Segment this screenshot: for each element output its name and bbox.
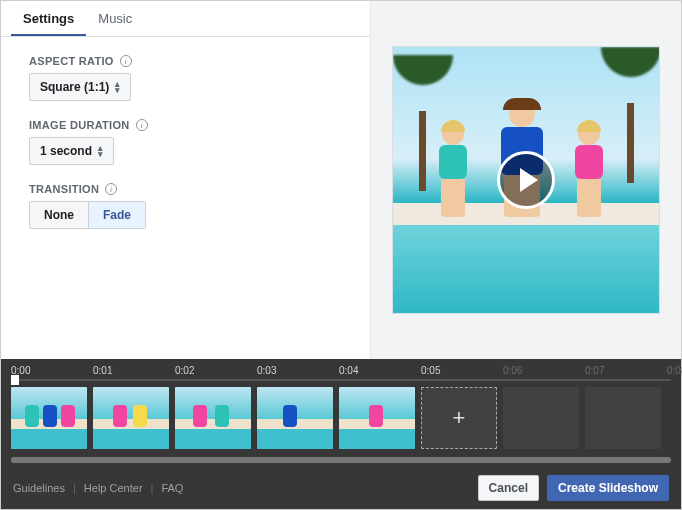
- time-mark: 0:02: [175, 365, 257, 376]
- timeline-thumb[interactable]: [257, 387, 333, 449]
- field-aspect-ratio: ASPECT RATIO i Square (1:1) ▴▾: [29, 55, 342, 101]
- image-duration-select[interactable]: 1 second ▴▾: [29, 137, 114, 165]
- transition-fade-button[interactable]: Fade: [88, 202, 145, 228]
- tab-settings[interactable]: Settings: [11, 1, 86, 36]
- time-mark: 0:01: [93, 365, 175, 376]
- add-image-button[interactable]: +: [421, 387, 497, 449]
- preview-pane: [371, 1, 681, 359]
- time-mark: 0:03: [257, 365, 339, 376]
- settings-panel: Settings Music ASPECT RATIO i Square (1:…: [1, 1, 371, 359]
- time-marks: 0:00 0:01 0:02 0:03 0:04 0:05 0:06 0:07 …: [11, 365, 671, 376]
- tab-bar: Settings Music: [1, 1, 370, 37]
- select-arrows-icon: ▴▾: [115, 81, 120, 93]
- field-transition: TRANSITION i None Fade: [29, 183, 342, 229]
- time-mark: 0:07: [585, 365, 667, 376]
- time-mark: 0:08: [667, 365, 682, 376]
- empty-slot: [503, 387, 579, 449]
- tab-music[interactable]: Music: [86, 1, 144, 36]
- cancel-button[interactable]: Cancel: [478, 475, 539, 501]
- faq-link[interactable]: FAQ: [161, 482, 183, 494]
- help-center-link[interactable]: Help Center: [84, 482, 143, 494]
- timeline-scrollbar[interactable]: [11, 457, 671, 463]
- info-icon[interactable]: i: [105, 183, 117, 195]
- time-mark: 0:04: [339, 365, 421, 376]
- time-ruler[interactable]: [11, 379, 671, 381]
- image-duration-value: 1 second: [40, 144, 92, 158]
- create-slideshow-button[interactable]: Create Slideshow: [547, 475, 669, 501]
- timeline-thumb[interactable]: [11, 387, 87, 449]
- timeline-thumb[interactable]: [175, 387, 251, 449]
- empty-slot: [585, 387, 661, 449]
- separator: |: [73, 482, 76, 494]
- timeline-thumb[interactable]: [93, 387, 169, 449]
- aspect-ratio-select[interactable]: Square (1:1) ▴▾: [29, 73, 131, 101]
- select-arrows-icon: ▴▾: [98, 145, 103, 157]
- play-button[interactable]: [497, 151, 555, 209]
- slideshow-creator: Settings Music ASPECT RATIO i Square (1:…: [0, 0, 682, 510]
- plus-icon: +: [453, 405, 466, 431]
- timeline: 0:00 0:01 0:02 0:03 0:04 0:05 0:06 0:07 …: [1, 359, 681, 467]
- field-image-duration: IMAGE DURATION i 1 second ▴▾: [29, 119, 342, 165]
- info-icon[interactable]: i: [120, 55, 132, 67]
- preview-video[interactable]: [392, 46, 660, 314]
- time-mark: 0:00: [11, 365, 93, 376]
- play-icon: [520, 168, 538, 192]
- aspect-ratio-label: ASPECT RATIO: [29, 55, 114, 67]
- main-area: Settings Music ASPECT RATIO i Square (1:…: [1, 1, 681, 359]
- timeline-thumb[interactable]: [339, 387, 415, 449]
- playhead-icon[interactable]: [11, 375, 19, 385]
- time-mark: 0:06: [503, 365, 585, 376]
- separator: |: [151, 482, 154, 494]
- thumbnail-strip: +: [11, 387, 671, 449]
- image-duration-label: IMAGE DURATION: [29, 119, 130, 131]
- footer: Guidelines | Help Center | FAQ Cancel Cr…: [1, 467, 681, 509]
- transition-segmented: None Fade: [29, 201, 146, 229]
- transition-label: TRANSITION: [29, 183, 99, 195]
- guidelines-link[interactable]: Guidelines: [13, 482, 65, 494]
- controls: ASPECT RATIO i Square (1:1) ▴▾ IMAGE DUR…: [1, 37, 370, 265]
- aspect-ratio-value: Square (1:1): [40, 80, 109, 94]
- time-mark: 0:05: [421, 365, 503, 376]
- transition-none-button[interactable]: None: [30, 202, 88, 228]
- info-icon[interactable]: i: [136, 119, 148, 131]
